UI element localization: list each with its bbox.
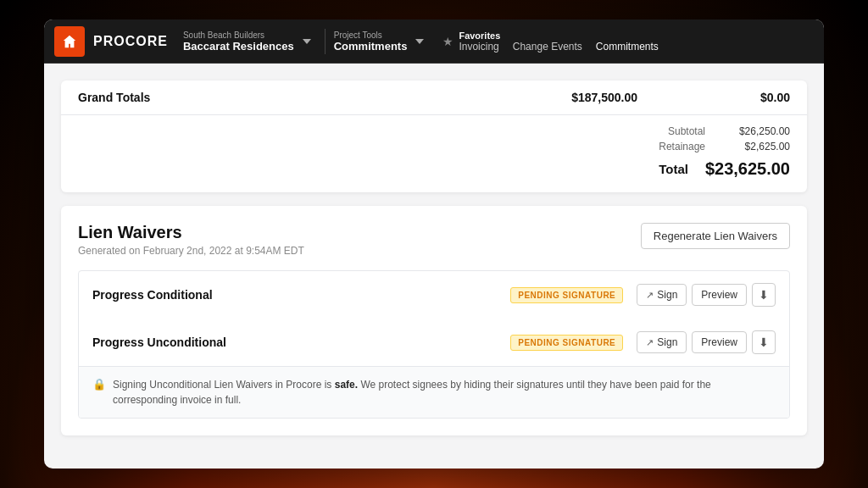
unconditional-info-box: 🔒 Signing Unconditional Lien Waivers in … xyxy=(79,366,789,418)
regenerate-lien-waivers-button[interactable]: Regenerate Lien Waivers xyxy=(641,223,790,249)
list-item: Progress Conditional PENDING SIGNATURE ↗… xyxy=(79,271,789,319)
download-button[interactable]: ⬇ xyxy=(752,330,776,354)
totals-summary: Subtotal $26,250.00 Retainage $2,625.00 … xyxy=(61,115,807,192)
lien-waivers-subtitle: Generated on February 2nd, 2022 at 9:54A… xyxy=(78,245,304,257)
download-button[interactable]: ⬇ xyxy=(752,283,776,307)
project-dropdown-button[interactable] xyxy=(298,36,316,47)
tool-name: Commitments xyxy=(334,40,408,53)
fav-link-change-events[interactable]: Change Events xyxy=(513,41,582,53)
grand-total-amount-1: $187,500.00 xyxy=(553,91,637,104)
favorites-links: Invoicing Change Events Commitments xyxy=(459,41,658,53)
grand-totals-card: Grand Totals $187,500.00 $0.00 Subtotal … xyxy=(61,80,807,192)
lien-item-row: Progress Unconditional PENDING SIGNATURE… xyxy=(79,319,789,366)
total-label: Total xyxy=(620,162,688,176)
lien-items-list: Progress Conditional PENDING SIGNATURE ↗… xyxy=(78,270,790,419)
lien-item-name: Progress Unconditional xyxy=(92,336,497,349)
retainage-value: $2,625.00 xyxy=(722,141,790,152)
sign-button[interactable]: ↗ Sign xyxy=(637,284,687,306)
breadcrumb: South Beach Builders Baccarat Residences… xyxy=(183,29,430,54)
main-window: PROCORE South Beach Builders Baccarat Re… xyxy=(44,19,824,469)
lien-waivers-header: Lien Waivers Generated on February 2nd, … xyxy=(78,223,790,257)
subtotal-label: Subtotal xyxy=(637,125,705,137)
lien-waivers-card: Lien Waivers Generated on February 2nd, … xyxy=(61,206,807,435)
nav-divider xyxy=(325,29,326,54)
project-top-label: South Beach Builders xyxy=(183,30,294,40)
status-badge: PENDING SIGNATURE xyxy=(510,287,623,303)
subtotal-row: Subtotal $26,250.00 xyxy=(637,125,790,137)
navbar: PROCORE South Beach Builders Baccarat Re… xyxy=(44,19,824,64)
preview-button[interactable]: Preview xyxy=(692,284,747,306)
external-link-icon: ↗ xyxy=(646,337,654,348)
tool-dropdown-button[interactable] xyxy=(410,36,429,47)
grand-totals-label: Grand Totals xyxy=(78,91,553,104)
preview-button[interactable]: Preview xyxy=(692,331,747,353)
sign-label: Sign xyxy=(657,289,677,301)
sign-button[interactable]: ↗ Sign xyxy=(637,331,687,353)
chevron-down-icon xyxy=(415,37,424,46)
chevron-down-icon xyxy=(303,37,311,46)
external-link-icon: ↗ xyxy=(646,290,654,301)
retainage-row: Retainage $2,625.00 xyxy=(637,141,790,152)
sign-label: Sign xyxy=(657,336,677,348)
lien-item-actions: ↗ Sign Preview ⬇ xyxy=(637,283,776,307)
fav-link-commitments[interactable]: Commitments xyxy=(596,41,659,53)
list-item: Progress Unconditional PENDING SIGNATURE… xyxy=(79,319,789,418)
content-area: Grand Totals $187,500.00 $0.00 Subtotal … xyxy=(44,64,824,469)
total-final-row: Total $23,625.00 xyxy=(620,159,790,179)
lien-item-name: Progress Conditional xyxy=(92,288,497,302)
project-selector: South Beach Builders Baccarat Residences xyxy=(183,30,294,53)
grand-total-amount-2: $0.00 xyxy=(705,91,790,104)
grand-totals-row: Grand Totals $187,500.00 $0.00 xyxy=(61,80,807,115)
tool-selector: Project Tools Commitments xyxy=(334,30,408,53)
home-button[interactable] xyxy=(54,26,85,57)
procore-logo: PROCORE xyxy=(93,34,168,49)
download-icon: ⬇ xyxy=(759,336,769,349)
star-icon[interactable]: ★ xyxy=(442,35,453,48)
lock-icon: 🔒 xyxy=(92,378,106,391)
favorites-section: ★ Favorites Invoicing Change Events Comm… xyxy=(442,30,658,53)
info-bold: safe. xyxy=(335,379,358,391)
home-icon xyxy=(62,34,77,49)
tool-top-label: Project Tools xyxy=(334,30,408,40)
lien-waivers-title: Lien Waivers xyxy=(78,223,304,242)
total-value: $23,625.00 xyxy=(705,159,790,179)
info-text-prefix: Signing Unconditional Lien Waivers in Pr… xyxy=(113,379,331,391)
unconditional-info-text: Signing Unconditional Lien Waivers in Pr… xyxy=(113,377,776,408)
preview-label: Preview xyxy=(701,336,737,348)
project-name: Baccarat Residences xyxy=(183,40,294,53)
status-badge: PENDING SIGNATURE xyxy=(510,335,623,351)
lien-item-actions: ↗ Sign Preview ⬇ xyxy=(637,330,776,354)
fav-link-invoicing[interactable]: Invoicing xyxy=(459,41,498,53)
retainage-label: Retainage xyxy=(637,141,705,152)
favorites-label: Favorites xyxy=(459,30,654,41)
download-icon: ⬇ xyxy=(759,288,769,302)
grand-totals-amounts: $187,500.00 $0.00 xyxy=(553,91,790,104)
preview-label: Preview xyxy=(701,289,737,301)
lien-waivers-title-area: Lien Waivers Generated on February 2nd, … xyxy=(78,223,304,257)
subtotal-value: $26,250.00 xyxy=(722,125,790,137)
